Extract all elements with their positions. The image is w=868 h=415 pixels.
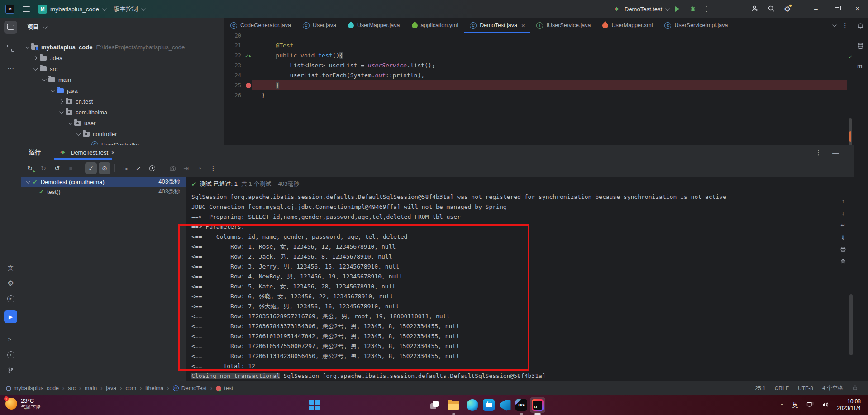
search-everywhere-icon[interactable]	[768, 5, 775, 14]
notifications-icon[interactable]	[857, 23, 864, 31]
project-widget[interactable]: M mybatisplus_code	[38, 5, 105, 14]
soft-wrap-icon[interactable]: ↵	[841, 221, 846, 229]
breadcrumb-com[interactable]: com	[125, 385, 136, 391]
settings-gear-icon[interactable]: ⚙	[784, 5, 791, 14]
code-line-26[interactable]: 26}	[224, 90, 847, 100]
tree-row-main[interactable]: main	[21, 74, 224, 85]
code-line-23[interactable]: 23 List<User> userList = userService.lis…	[224, 61, 847, 71]
file-explorer-button[interactable]	[447, 399, 460, 411]
network-icon[interactable]	[806, 401, 814, 410]
problems-tool-icon[interactable]: !	[4, 348, 17, 361]
chevron-down-icon[interactable]	[76, 131, 81, 136]
intellij-button[interactable]: IJ	[531, 399, 544, 411]
code-line-24[interactable]: 24 userList.forEach(System.out::println)…	[224, 71, 847, 80]
status-25:1[interactable]: 25:1	[755, 385, 765, 391]
test-node-test()[interactable]: ✓test()403毫秒	[21, 187, 186, 197]
tree-row-mybatisplus_code[interactable]: mybatisplus_code E:\IdeaProjects\mybatis…	[21, 42, 224, 52]
breadcrumb-itheima[interactable]: itheima	[145, 385, 163, 391]
run-test-gutter-icon[interactable]: ✓▸	[244, 51, 253, 61]
sort-duration-button[interactable]: ↓≡	[119, 162, 131, 174]
show-ignored-button[interactable]: ⊘	[99, 162, 110, 174]
database-icon[interactable]	[857, 42, 864, 51]
readonly-lock-icon[interactable]	[852, 385, 858, 392]
breadcrumb-main[interactable]: main	[85, 385, 97, 391]
code-with-me-icon[interactable]	[751, 5, 758, 14]
debug-button[interactable]	[689, 5, 696, 14]
breadcrumb-src[interactable]: src	[68, 385, 76, 391]
translate-tool-icon[interactable]: 文	[4, 261, 17, 274]
main-menu-icon[interactable]	[23, 6, 30, 12]
vcs-tool-icon[interactable]	[4, 363, 17, 377]
metrics-button[interactable]: ◔	[194, 162, 205, 174]
edge-button[interactable]	[466, 399, 479, 411]
editor-scrollbar[interactable]: ✓	[847, 33, 854, 145]
services-tool-icon[interactable]: ▶	[4, 292, 17, 305]
hidden-icons-chevron[interactable]: ⌃	[780, 403, 784, 407]
chevron-right-icon[interactable]	[59, 99, 63, 104]
export-button[interactable]: ⇥	[180, 162, 192, 174]
hide-panel-icon[interactable]: —	[832, 149, 839, 156]
code-line-20[interactable]: 20	[224, 31, 847, 41]
chevron-down-icon[interactable]	[59, 109, 64, 114]
test-node-DemoTest (com.itheima)[interactable]: ✓DemoTest (com.itheima)403毫秒	[21, 177, 186, 187]
code-area[interactable]: 2021 @Test22✓▸ public void test(){23 Lis…	[224, 33, 854, 145]
chevron-right-icon[interactable]	[33, 56, 38, 60]
auto-rerun-button[interactable]: ↺	[51, 162, 63, 174]
breadcrumb-mybatisplus_code[interactable]: mybatisplus_code	[6, 385, 59, 391]
tree-row-controller[interactable]: controller	[21, 128, 224, 139]
close-button[interactable]: ×	[847, 0, 868, 18]
project-panel-header[interactable]: 项目	[21, 18, 224, 36]
scroll-down-icon[interactable]: ↓	[842, 209, 845, 217]
terminal-tool-icon[interactable]: >_	[4, 333, 17, 346]
run-session-tab[interactable]: DemoTest.test ×	[54, 145, 119, 160]
structure-tool-icon[interactable]	[4, 42, 17, 55]
screenshot-button[interactable]	[167, 162, 178, 174]
tree-row-java[interactable]: java	[21, 85, 224, 96]
run-button[interactable]	[675, 6, 682, 12]
run-configuration-selector[interactable]: DemoTest.test	[612, 6, 668, 13]
console-scrollbar-thumb[interactable]	[849, 294, 853, 355]
more-button[interactable]: ⋮	[207, 162, 219, 174]
hidden-tabs-icon[interactable]	[832, 23, 837, 27]
panel-options-icon[interactable]: ⋮	[815, 148, 822, 156]
more-run-actions-icon[interactable]: ⋮	[703, 5, 711, 13]
minimize-button[interactable]: –	[806, 0, 826, 18]
status-CRLF[interactable]: CRLF	[775, 385, 789, 391]
code-line-21[interactable]: 21 @Test	[224, 41, 847, 51]
close-tab-icon[interactable]: ×	[111, 149, 115, 156]
chevron-down-icon[interactable]	[25, 44, 29, 49]
navigate-bottom-button[interactable]: ↙	[133, 162, 144, 174]
history-button[interactable]	[146, 162, 158, 174]
show-passed-button[interactable]: ✓	[85, 162, 97, 174]
breadcrumb-DemoTest[interactable]: CDemoTest	[173, 385, 207, 391]
stop-button[interactable]: ■	[65, 162, 76, 174]
tree-row-UserController[interactable]: CUserController	[21, 139, 224, 145]
breakpoint-icon[interactable]	[244, 80, 253, 91]
start-button[interactable]	[308, 399, 321, 411]
rerun-failed-button[interactable]: ↻	[38, 162, 49, 174]
close-tab-icon[interactable]: ×	[521, 22, 525, 29]
code-line-22[interactable]: 22✓▸ public void test(){	[224, 51, 847, 61]
status-UTF-8[interactable]: UTF-8	[798, 385, 813, 391]
maven-icon[interactable]: m	[857, 62, 863, 69]
datagrip-button[interactable]: DG	[515, 399, 528, 411]
tree-row-com.itheima[interactable]: com.itheima	[21, 107, 224, 118]
store-button[interactable]	[482, 399, 495, 411]
breadcrumb-test[interactable]: test	[216, 385, 233, 391]
chevron-down-icon[interactable]	[26, 179, 30, 184]
scroll-end-icon[interactable]: ⇓	[841, 233, 846, 241]
task-view-button[interactable]	[428, 399, 441, 411]
tree-row-.idea[interactable]: .idea	[21, 52, 224, 63]
tab-options-icon[interactable]: ⋮	[842, 21, 849, 29]
chevron-down-icon[interactable]	[33, 66, 38, 71]
inspections-ok-icon[interactable]: ✓	[849, 53, 852, 60]
tools-tool-icon[interactable]: ⚙	[4, 277, 17, 290]
run-tool-icon[interactable]: ▶	[4, 310, 17, 323]
scroll-up-icon[interactable]: ↑	[842, 197, 845, 205]
rerun-button[interactable]: ↻▶	[24, 162, 36, 174]
print-icon[interactable]	[840, 245, 846, 254]
tree-row-user[interactable]: user	[21, 118, 224, 128]
tree-row-src[interactable]: src	[21, 63, 224, 74]
chevron-down-icon[interactable]	[68, 120, 72, 125]
volume-icon[interactable]	[822, 401, 829, 410]
